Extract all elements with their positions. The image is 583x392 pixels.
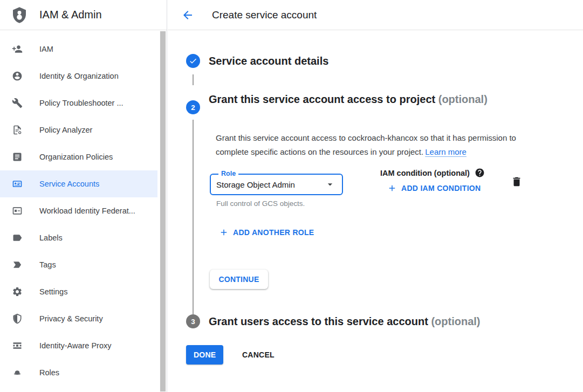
back-button[interactable] (181, 9, 194, 22)
create-service-account-form: Service account details 2 Grant this ser… (168, 30, 583, 392)
sidebar-item-privacy-security[interactable]: Privacy & Security (0, 305, 157, 332)
person-add-icon (12, 44, 23, 54)
plus-icon (219, 228, 229, 237)
main-header: Create service account (168, 0, 583, 30)
sidebar-item-label: Labels (39, 233, 63, 242)
iam-shield-logo-icon (11, 6, 28, 24)
sidebar-item-tags[interactable]: Tags (0, 251, 157, 278)
iam-condition-label: IAM condition (optional) (380, 169, 470, 177)
id-card-icon (12, 205, 23, 216)
delete-role-button[interactable] (510, 176, 523, 189)
sidebar-title: IAM & Admin (39, 9, 102, 21)
learn-more-link[interactable]: Learn more (425, 147, 467, 156)
plus-icon (387, 183, 397, 193)
sidebar-item-label: Workload Identity Federat... (39, 207, 135, 215)
gear-icon (12, 286, 23, 297)
role-select[interactable]: Role Storage Object Admin (210, 174, 343, 195)
sidebar-item-labels[interactable]: Labels (0, 224, 157, 251)
step2-description: Grant this service account access to coc… (216, 131, 537, 159)
label-tag-icon (12, 232, 23, 243)
sidebar: IAM & Admin IAMIdentity & OrganizationPo… (0, 0, 167, 392)
sidebar-item-policy-analyzer[interactable]: Policy Analyzer (0, 116, 157, 143)
sidebar-item-identity-organization[interactable]: Identity & Organization (0, 63, 157, 90)
sidebar-header: IAM & Admin (0, 0, 167, 30)
step2-optional-label: (optional) (438, 93, 488, 105)
iam-condition-header: IAM condition (optional) (380, 168, 485, 178)
cancel-button[interactable]: CANCEL (238, 345, 279, 365)
step3-title: Grant users access to this service accou… (209, 315, 428, 327)
step2-indicator: 2 (186, 100, 200, 114)
sidebar-item-organization-policies[interactable]: Organization Policies (0, 143, 157, 170)
step2-heading: Grant this service account access to pro… (209, 91, 489, 108)
trash-icon (511, 176, 523, 188)
chevron-down-icon (325, 179, 335, 190)
step-connector-line (193, 120, 194, 314)
sidebar-nav: IAMIdentity & OrganizationPolicy Trouble… (0, 30, 167, 386)
sidebar-item-label: IAM (39, 45, 53, 53)
service-account-badge-icon (12, 178, 23, 189)
help-icon[interactable] (475, 168, 485, 178)
role-helper-text: Full control of GCS objects. (216, 200, 305, 208)
sidebar-item-iam[interactable]: IAM (0, 36, 157, 63)
sidebar-item-label: Tags (39, 260, 56, 269)
sidebar-item-identity-aware-proxy[interactable]: Identity-Aware Proxy (0, 332, 157, 359)
sidebar-scrollbar-thumb[interactable] (160, 31, 166, 391)
proxy-filmstrip-icon (12, 340, 23, 351)
add-iam-condition-button[interactable]: ADD IAM CONDITION (387, 183, 481, 193)
step2-title: Grant this service account access to pro… (209, 93, 435, 105)
role-selected-value: Storage Object Admin (216, 180, 325, 189)
shield-half-icon (12, 313, 23, 324)
arrow-back-icon (181, 9, 194, 22)
step2-number: 2 (191, 104, 195, 112)
sidebar-item-roles[interactable]: Roles (0, 359, 157, 386)
sidebar-item-settings[interactable]: Settings (0, 278, 157, 305)
sidebar-item-label: Identity & Organization (39, 72, 119, 80)
sidebar-item-policy-troubleshooter[interactable]: Policy Troubleshooter ... (0, 90, 157, 116)
document-lines-icon (12, 152, 23, 162)
step1-complete-indicator (186, 54, 200, 68)
continue-button[interactable]: CONTINUE (210, 270, 268, 289)
wrench-icon (12, 98, 23, 108)
sidebar-item-label: Policy Troubleshooter ... (39, 99, 124, 107)
sidebar-item-service-accounts[interactable]: Service Accounts (0, 170, 157, 197)
step3-indicator: 3 (186, 314, 200, 328)
step3-heading: Grant users access to this service accou… (209, 314, 481, 328)
sidebar-item-label: Organization Policies (39, 153, 113, 161)
step-connector-line (193, 74, 194, 85)
sidebar-item-label: Roles (39, 368, 59, 377)
step3-number: 3 (191, 318, 195, 326)
sidebar-item-label: Service Accounts (39, 180, 99, 188)
step1-title: Service account details (209, 54, 328, 68)
sidebar-item-label: Settings (39, 287, 67, 296)
sidebar-scrollbar (160, 31, 166, 392)
sidebar-item-label: Privacy & Security (39, 314, 103, 323)
arrow-tag-icon (12, 259, 23, 270)
step3-optional-label: (optional) (431, 315, 480, 327)
sidebar-item-workload-identity-federat[interactable]: Workload Identity Federat... (0, 197, 157, 224)
sidebar-item-label: Identity-Aware Proxy (39, 341, 112, 350)
policy-analyzer-icon (12, 125, 23, 135)
account-circle-icon (12, 71, 23, 81)
main-panel: Create service account Service account d… (168, 0, 583, 392)
hat-icon (12, 367, 23, 378)
done-button[interactable]: DONE (186, 345, 223, 365)
sidebar-item-label: Policy Analyzer (39, 126, 92, 134)
add-another-role-button[interactable]: ADD ANOTHER ROLE (219, 228, 314, 237)
check-icon (189, 57, 197, 65)
iam-admin-console: IAM & Admin IAMIdentity & OrganizationPo… (0, 0, 583, 392)
role-field-label: Role (218, 170, 238, 177)
page-title: Create service account (212, 9, 317, 21)
